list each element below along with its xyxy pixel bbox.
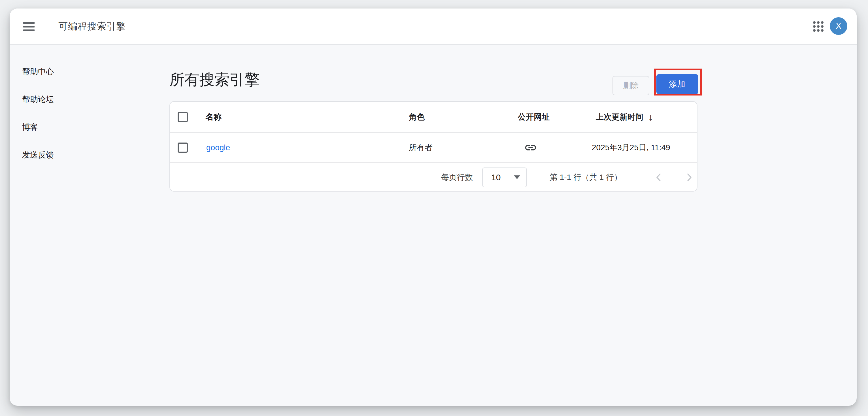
engines-table-card: 名称 角色 公开网址 上次更新时间 ↓ google 所有者 2025年3月25… xyxy=(169,101,698,191)
last-updated-value: 2025年3月25日, 11:49 xyxy=(592,142,670,153)
table-pagination-row: 每页行数 10 第 1-1 行（共 1 行） xyxy=(170,164,697,191)
add-button[interactable]: 添加 xyxy=(656,74,698,94)
column-header-name[interactable]: 名称 xyxy=(206,112,221,122)
select-all-checkbox[interactable] xyxy=(178,112,188,122)
previous-page-icon[interactable] xyxy=(653,172,664,183)
page-title: 可编程搜索引擎 xyxy=(58,8,126,44)
column-header-role[interactable]: 角色 xyxy=(409,112,425,122)
sidebar-item-send-feedback[interactable]: 发送反馈 xyxy=(22,148,135,162)
next-page-icon[interactable] xyxy=(683,172,694,183)
rows-per-page-value: 10 xyxy=(491,173,501,182)
engine-name-link[interactable]: google xyxy=(206,143,230,152)
table-row: google 所有者 2025年3月25日, 11:49 xyxy=(170,133,697,163)
column-header-public-url[interactable]: 公开网址 xyxy=(518,112,550,122)
app-window: 可编程搜索引擎 X 帮助中心 帮助论坛 博客 发送反馈 所有搜索引擎 删除 添加… xyxy=(10,8,857,406)
engine-role: 所有者 xyxy=(409,142,433,153)
table-header-row: 名称 角色 公开网址 上次更新时间 ↓ xyxy=(170,102,697,133)
sidebar-item-help-center[interactable]: 帮助中心 xyxy=(22,65,135,79)
app-bar: 可编程搜索引擎 X xyxy=(10,8,857,45)
dropdown-arrow-icon xyxy=(514,175,520,179)
sidebar-item-help-forum[interactable]: 帮助论坛 xyxy=(22,93,135,106)
column-header-last-updated[interactable]: 上次更新时间 xyxy=(596,112,643,122)
avatar[interactable]: X xyxy=(830,17,847,35)
pagination-range-label: 第 1-1 行（共 1 行） xyxy=(550,172,622,183)
link-icon[interactable] xyxy=(524,141,537,154)
rows-per-page-label: 每页行数 xyxy=(441,172,473,183)
rows-per-page-select[interactable]: 10 xyxy=(482,168,527,187)
sidebar-item-blog[interactable]: 博客 xyxy=(22,120,135,134)
delete-button[interactable]: 删除 xyxy=(613,76,649,95)
page-heading: 所有搜索引擎 xyxy=(169,71,259,88)
apps-grid-icon[interactable] xyxy=(813,21,825,32)
menu-icon[interactable] xyxy=(23,22,35,31)
sort-descending-icon[interactable]: ↓ xyxy=(648,112,653,123)
row-checkbox[interactable] xyxy=(178,143,188,153)
